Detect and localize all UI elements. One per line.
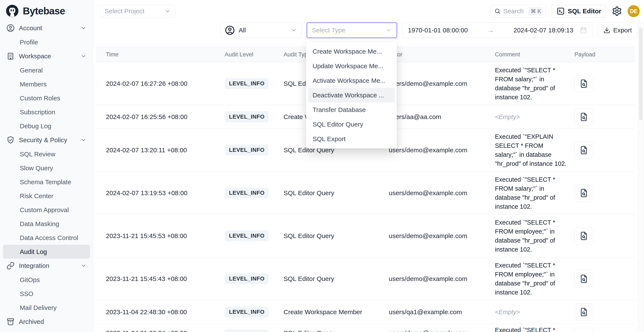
sidebar-group-label: Account	[19, 24, 42, 32]
sidebar: Bytebase AccountProfileWorkspaceGeneralM…	[0, 0, 93, 332]
sidebar-group-security-policy[interactable]: Security & Policy	[3, 133, 90, 147]
comment-value: Executed `"EXPLAIN SELECT * FROM salary;…	[495, 132, 568, 168]
audit-level-badge: LEVEL_INFO	[225, 273, 269, 284]
actor-value: users/demo@example.com	[389, 232, 468, 240]
archive-icon	[6, 318, 14, 326]
view-payload-button[interactable]	[574, 184, 593, 202]
sidebar-group-integration[interactable]: Integration	[3, 259, 90, 273]
table-row: 2023-11-21 15:45:43 +08:00LEVEL_INFOSQL …	[96, 257, 635, 300]
file-search-icon	[579, 188, 588, 197]
audit-type-value: Create Workspace Member	[284, 308, 362, 316]
terminal-icon	[556, 7, 565, 15]
sidebar-item-sql-review[interactable]: SQL Review	[3, 147, 90, 161]
sidebar-group-account[interactable]: Account	[3, 21, 90, 35]
sidebar-item-subscription[interactable]: Subscription	[3, 105, 90, 119]
comment-value: <Empty>	[495, 308, 520, 317]
dropdown-option-sql-editor-query[interactable]: SQL Editor Query	[306, 117, 397, 132]
user-circle-icon	[225, 25, 235, 35]
scrollbar[interactable]	[638, 22, 643, 332]
audit-type-value: SQL Editor Query	[284, 330, 334, 332]
chevron-down-icon	[164, 8, 171, 14]
view-payload-button[interactable]	[574, 75, 593, 92]
sidebar-item-risk-center[interactable]: Risk Center	[3, 189, 90, 203]
sidebar-item-data-masking[interactable]: Data Masking	[3, 217, 90, 231]
sql-editor-button[interactable]: SQL Editor	[552, 5, 606, 17]
table-row: 2023-11-04 21:26:34 +08:00LEVEL_INFOSQL …	[96, 324, 635, 332]
time-value: 2024-02-07 16:25:56 +08:00	[106, 113, 188, 121]
table-row: 2023-11-04 22:48:30 +08:00LEVEL_INFOCrea…	[96, 300, 635, 324]
time-value: 2024-02-07 13:20:11 +08:00	[106, 147, 187, 154]
sidebar-item-data-access-control[interactable]: Data Access Control	[3, 231, 90, 245]
search-input[interactable]: Search ⌘ K	[491, 5, 546, 17]
audit-level-badge: LEVEL_INFO	[225, 330, 269, 332]
sidebar-group-archived[interactable]: Archived	[3, 315, 90, 329]
file-search-icon	[579, 79, 588, 88]
sidebar-item-debug-log[interactable]: Debug Log	[3, 119, 90, 133]
audit-level-badge: LEVEL_INFO	[225, 78, 269, 89]
sidebar-item-mail-delivery[interactable]: Mail Delivery	[3, 301, 90, 315]
sidebar-group-workspace[interactable]: Workspace	[3, 49, 90, 63]
comment-value: Executed `"SELECT * FROM employee;"` in …	[495, 218, 568, 254]
sidebar-item-custom-approval[interactable]: Custom Approval	[3, 203, 90, 217]
brand[interactable]: Bytebase	[0, 0, 93, 20]
actor-value: users/demo@example.com	[389, 189, 468, 197]
actor-value: users/demo@example.com	[389, 80, 468, 87]
sidebar-item-general[interactable]: General	[3, 63, 90, 77]
dropdown-option-create-workspace-me[interactable]: Create Workspace Me...	[306, 44, 397, 59]
sidebar-item-audit-log[interactable]: Audit Log	[3, 245, 90, 259]
view-payload-button[interactable]	[574, 304, 593, 321]
sidebar-item-profile[interactable]: Profile	[3, 35, 90, 49]
date-range-picker[interactable]: 1970-01-01 08:00:00 → 2024-02-07 18:09:1…	[402, 22, 593, 38]
time-value: 2023-11-21 15:45:43 +08:00	[106, 275, 187, 283]
column-header-payload: Payload	[571, 47, 635, 62]
sidebar-item-schema-template[interactable]: Schema Template	[3, 175, 90, 189]
audit-level-badge: LEVEL_INFO	[225, 230, 269, 241]
brand-name: Bytebase	[23, 5, 65, 17]
view-payload-button[interactable]	[574, 328, 593, 332]
file-search-icon	[579, 146, 588, 155]
sidebar-item-slow-query[interactable]: Slow Query	[3, 161, 90, 175]
sidebar-item-members[interactable]: Members	[3, 77, 90, 91]
dropdown-option-update-workspace-me[interactable]: Update Workspace Me...	[306, 59, 397, 73]
search-placeholder: Search	[503, 7, 524, 15]
audit-type-value: SQL Editor Query	[284, 232, 334, 240]
export-button[interactable]: Export	[598, 22, 637, 38]
user-circle-icon	[6, 24, 14, 32]
actor-value: users/demo@example.com	[389, 330, 468, 332]
column-header-comment: Comment	[492, 47, 571, 62]
column-header-actor: Actor	[385, 47, 492, 62]
actor-value: users/demo@example.com	[389, 275, 468, 283]
time-value: 2023-11-04 21:26:34 +08:00	[106, 330, 187, 332]
shield-check-icon	[6, 136, 14, 144]
dropdown-option-transfer-database[interactable]: Transfer Database	[306, 103, 397, 117]
sidebar-item-gitops[interactable]: GitOps	[3, 273, 90, 287]
sidebar-nav: AccountProfileWorkspaceGeneralMembersCus…	[0, 20, 93, 330]
type-filter-select[interactable]: Select Type	[307, 22, 397, 38]
view-payload-button[interactable]	[574, 270, 593, 287]
avatar[interactable]: DE	[628, 5, 640, 17]
file-search-icon	[579, 274, 588, 283]
table-row: 2023-11-21 15:45:53 +08:00LEVEL_INFOSQL …	[96, 214, 635, 257]
time-value: 2024-02-07 16:27:26 +08:00	[106, 80, 188, 87]
dropdown-option-activate-workspace-me[interactable]: Activate Workspace Me...	[306, 73, 397, 88]
bytebase-logo-icon	[6, 4, 19, 17]
sidebar-item-sso[interactable]: SSO	[3, 287, 90, 301]
audit-type-value: SQL Editor Query	[284, 275, 334, 283]
table-row: 2024-02-07 13:19:53 +08:00LEVEL_INFOSQL …	[96, 171, 635, 214]
view-payload-button[interactable]	[574, 108, 593, 126]
gear-icon[interactable]	[612, 6, 622, 16]
arrow-right-icon: →	[468, 26, 514, 34]
sidebar-item-custom-roles[interactable]: Custom Roles	[3, 91, 90, 105]
dropdown-option-deactivate-workspace[interactable]: Deactivate Workspace ...	[308, 88, 394, 103]
view-payload-button[interactable]	[574, 227, 593, 244]
filter-bar: All Select Type 1970-01-01 08:00:00 → 20…	[93, 22, 644, 38]
column-header-time: Time	[96, 47, 221, 62]
actor-filter-select[interactable]: All	[220, 22, 302, 38]
project-select[interactable]: Select Project	[100, 5, 175, 17]
dropdown-option-sql-export[interactable]: SQL Export	[306, 132, 397, 146]
scrollbar-thumb[interactable]	[639, 28, 642, 120]
comment-value: Executed `"SELECT * FROM salary;"` in da…	[495, 66, 568, 102]
chevron-down-icon	[80, 263, 86, 269]
view-payload-button[interactable]	[574, 142, 593, 159]
date-from-value: 1970-01-01 08:00:00	[408, 27, 468, 34]
